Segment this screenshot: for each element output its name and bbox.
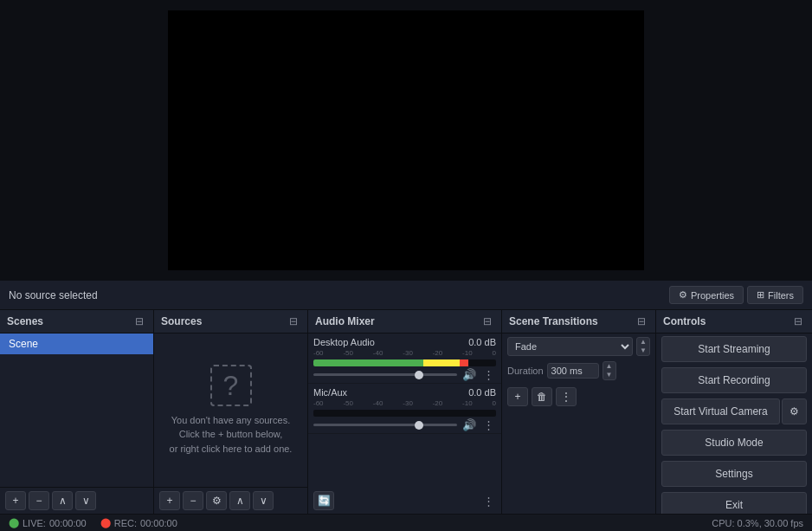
audio-more-button[interactable]: ⋮ — [481, 495, 496, 508]
transition-remove-button[interactable]: 🗑 — [532, 387, 552, 406]
sources-add-button[interactable]: + — [159, 491, 180, 510]
scenes-toolbar: + − ∧ ∨ — [0, 487, 153, 514]
scenes-down-button[interactable]: ∨ — [75, 491, 96, 510]
transitions-panel: Scene Transitions ⊟ Fade Cut Swipe Slide… — [502, 310, 656, 514]
desktop-audio-controls: 🔊 ⋮ — [313, 368, 496, 381]
rec-label: REC: — [114, 518, 137, 528]
start-virtual-camera-button[interactable]: Start Virtual Camera — [661, 398, 780, 424]
meter-green — [313, 359, 423, 366]
scenes-panel-title: Scenes — [7, 315, 43, 327]
transition-add-button[interactable]: + — [507, 387, 528, 406]
filter-icon: ⊞ — [757, 289, 764, 301]
gear-icon: ⚙ — [679, 289, 687, 301]
mic-aux-slider[interactable] — [313, 424, 457, 426]
duration-label: Duration — [507, 366, 544, 376]
mic-aux-controls: 🔊 ⋮ — [313, 418, 496, 431]
controls-panel-menu[interactable]: ⊟ — [791, 314, 805, 328]
sources-toolbar: + − ⚙ ∧ ∨ — [154, 487, 307, 514]
transition-type-select[interactable]: Fade Cut Swipe Slide Stinger Luma Wipe — [507, 337, 633, 356]
meter-red — [460, 359, 469, 366]
audio-footer: 🔄 ⋮ — [308, 488, 501, 514]
sources-panel-menu[interactable]: ⊟ — [287, 314, 300, 328]
sources-panel-title: Sources — [161, 315, 202, 327]
mic-aux-db: 0.0 dB — [468, 387, 496, 398]
transition-type-spinner: ▲ ▼ — [636, 337, 650, 356]
mic-aux-mute[interactable]: 🔊 — [461, 418, 478, 431]
scenes-remove-button[interactable]: − — [29, 491, 49, 510]
duration-up[interactable]: ▲ — [603, 362, 615, 371]
start-streaming-button[interactable]: Start Streaming — [661, 336, 807, 362]
transition-type-up[interactable]: ▲ — [637, 338, 649, 346]
preview-area — [0, 0, 812, 281]
desktop-audio-mute[interactable]: 🔊 — [461, 368, 478, 381]
controls-panel-header: Controls ⊟ — [656, 310, 812, 333]
scenes-panel-menu[interactable]: ⊟ — [132, 314, 146, 328]
cpu-text: CPU: 0.3%, 30.00 fps — [712, 518, 803, 528]
status-cpu: CPU: 0.3%, 30.00 fps — [712, 518, 803, 528]
mic-aux-channel: Mic/Aux 0.0 dB -60 -50 -40 -30 -20 -10 0… — [308, 384, 501, 434]
live-time: 00:00:00 — [49, 518, 87, 528]
scenes-list: Scene — [0, 333, 153, 487]
audio-mixer-title: Audio Mixer — [315, 315, 375, 327]
scene-item[interactable]: Scene — [0, 333, 153, 354]
sources-empty: ? You don't have any sources.Click the +… — [154, 333, 307, 487]
settings-button[interactable]: Settings — [661, 461, 807, 487]
desktop-audio-channel: Desktop Audio 0.0 dB -60 -50 -40 -30 -20… — [308, 333, 501, 384]
desktop-audio-name: Desktop Audio — [313, 337, 375, 347]
audio-mixer-header: Audio Mixer ⊟ — [308, 310, 501, 333]
status-live: ⬤ LIVE: 00:00:00 — [9, 517, 87, 528]
duration-down[interactable]: ▼ — [603, 371, 615, 379]
meter-yellow — [423, 359, 460, 366]
scenes-panel-header: Scenes ⊟ — [0, 310, 153, 333]
audio-mixer-menu[interactable]: ⊟ — [480, 314, 494, 328]
desktop-audio-scale: -60 -50 -40 -30 -20 -10 0 — [313, 349, 496, 357]
transition-actions: + 🗑 ⋮ — [502, 384, 655, 410]
sources-settings-button[interactable]: ⚙ — [206, 491, 227, 510]
sources-down-button[interactable]: ∨ — [253, 491, 274, 510]
transition-more-button[interactable]: ⋮ — [556, 387, 577, 406]
duration-input[interactable] — [547, 363, 599, 379]
desktop-audio-header: Desktop Audio 0.0 dB — [313, 337, 496, 347]
desktop-audio-bar — [313, 359, 496, 366]
mic-aux-bar — [313, 410, 496, 417]
transition-select-row: Fade Cut Swipe Slide Stinger Luma Wipe ▲… — [502, 333, 655, 359]
sources-panel-header: Sources ⊟ — [154, 310, 307, 333]
sources-up-button[interactable]: ∧ — [229, 491, 250, 510]
no-source-bar: No source selected ⚙ Properties ⊞ Filter… — [0, 281, 812, 310]
controls-panel-title: Controls — [663, 315, 706, 327]
audio-mixer-panel: Audio Mixer ⊟ Desktop Audio 0.0 dB -60 -… — [308, 310, 502, 514]
mic-aux-name: Mic/Aux — [313, 387, 347, 398]
sources-panel: Sources ⊟ ? You don't have any sources.C… — [154, 310, 308, 514]
no-source-text: No source selected — [9, 289, 98, 301]
transition-type-down[interactable]: ▼ — [637, 346, 649, 355]
properties-button[interactable]: ⚙ Properties — [669, 286, 744, 304]
virtual-camera-settings-button[interactable]: ⚙ — [782, 398, 807, 424]
mic-aux-header: Mic/Aux 0.0 dB — [313, 387, 496, 398]
sources-empty-text: You don't have any sources.Click the + b… — [170, 413, 293, 457]
virtual-camera-row: Start Virtual Camera ⚙ — [661, 398, 807, 424]
preview-canvas — [168, 10, 644, 270]
audio-config-button[interactable]: 🔄 — [313, 491, 334, 510]
start-recording-button[interactable]: Start Recording — [661, 367, 807, 393]
transitions-panel-menu[interactable]: ⊟ — [635, 314, 648, 328]
desktop-audio-meter — [313, 359, 496, 366]
question-icon: ? — [210, 365, 252, 406]
exit-button[interactable]: Exit — [661, 492, 807, 514]
filters-button[interactable]: ⊞ Filters — [747, 286, 803, 304]
scenes-up-button[interactable]: ∧ — [52, 491, 73, 510]
prop-filter-bar: ⚙ Properties ⊞ Filters — [669, 286, 803, 304]
status-bar: ⬤ LIVE: 00:00:00 ⬤ REC: 00:00:00 CPU: 0.… — [0, 514, 812, 531]
mic-aux-scale: -60 -50 -40 -30 -20 -10 0 — [313, 399, 496, 407]
sources-remove-button[interactable]: − — [183, 491, 203, 510]
mic-aux-menu[interactable]: ⋮ — [481, 418, 496, 431]
controls-panel: Controls ⊟ Start Streaming Start Recordi… — [656, 310, 812, 514]
rec-time: 00:00:00 — [140, 518, 177, 528]
duration-spinner: ▲ ▼ — [603, 361, 616, 380]
status-rec: ⬤ REC: 00:00:00 — [100, 517, 177, 528]
desktop-audio-menu[interactable]: ⋮ — [481, 368, 496, 381]
mic-aux-meter — [313, 410, 496, 417]
scenes-add-button[interactable]: + — [5, 491, 26, 510]
desktop-audio-slider[interactable] — [313, 373, 457, 376]
scenes-panel: Scenes ⊟ Scene + − ∧ ∨ — [0, 310, 154, 514]
studio-mode-button[interactable]: Studio Mode — [661, 430, 807, 456]
